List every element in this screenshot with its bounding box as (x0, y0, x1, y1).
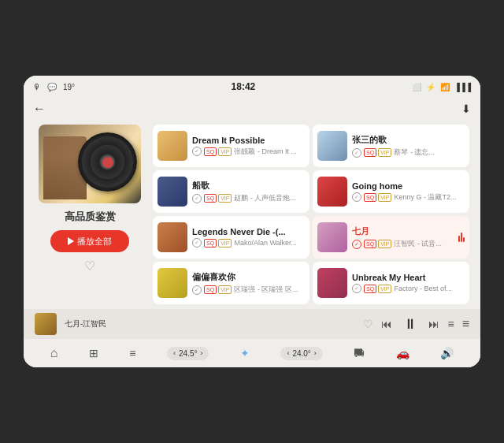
nav-bar: ← ⬇ (24, 98, 480, 120)
check-icon: ✓ (352, 240, 361, 249)
sq-badge: SQ (204, 147, 217, 156)
song-badges: SQ VIP (364, 285, 391, 293)
song-artist: 蔡琴 - 遗忘... (394, 147, 435, 158)
favorite-button[interactable]: ♡ (84, 259, 95, 274)
song-info: 偏偏喜欢你 ✓ SQ VIP 区瑞强 - 区瑞强 区... (192, 271, 305, 295)
song-item[interactable]: Going home ✓ SQ VIP Kenny G - 温藏T2... (313, 170, 469, 213)
song-badges: SQ VIP (364, 193, 391, 202)
song-thumbnail (317, 177, 347, 207)
fan-icon[interactable]: ✦ (240, 347, 250, 359)
song-info: Going home ✓ SQ VIP Kenny G - 温藏T2... (352, 181, 465, 203)
vinyl-record (78, 132, 137, 192)
more-button[interactable]: ≡ (462, 317, 469, 331)
songs-grid: Dream It Possible ✓ SQ VIP 张靓颖 - Dream I… (153, 125, 469, 304)
player-heart-button[interactable]: ♡ (363, 318, 373, 330)
playing-indicator (458, 233, 465, 242)
chevron-left-icon: ‹ (173, 349, 176, 357)
weather-temp: 19° (63, 83, 75, 91)
main-content: 高品质鉴赏 播放全部 ♡ Dream It Possible ✓ (24, 120, 480, 309)
song-artist: 汪智民 - 试音... (394, 239, 442, 249)
song-item[interactable]: 张三的歌 ✓ SQ VIP 蔡琴 - 遗忘... (313, 125, 469, 167)
volume-icon[interactable]: 🔊 (440, 347, 454, 359)
song-thumbnail (158, 177, 187, 207)
album-art (39, 125, 141, 203)
player-controls: ⏮ ⏸ ⏭ (381, 316, 439, 333)
song-item[interactable]: Legends Never Die -(... ✓ SQ VIP Mako/Al… (153, 216, 309, 259)
check-icon: ✓ (352, 284, 361, 293)
song-info: Unbreak My Heart ✓ SQ VIP Factory - Best… (352, 273, 465, 293)
play-all-label: 播放全部 (77, 236, 112, 248)
playing-bar-3 (463, 237, 465, 242)
check-icon: ✓ (192, 147, 202, 156)
song-info: 七月 ✓ SQ VIP 汪智民 - 试音... (352, 225, 452, 249)
vip-badge: VIP (378, 148, 391, 157)
temp-right-value: 24.0° (292, 349, 310, 358)
song-artist: Mako/Alan Walker... (234, 239, 297, 247)
song-thumbnail (317, 268, 347, 298)
song-title: 船歌 (192, 180, 305, 192)
song-meta: ✓ SQ VIP 赵鹏 - 人声低音炮... (192, 193, 305, 203)
song-item[interactable]: Dream It Possible ✓ SQ VIP 张靓颖 - Dream I… (153, 125, 309, 167)
vip-badge: VIP (218, 147, 232, 156)
song-meta: ✓ SQ VIP 张靓颖 - Dream It ... (192, 147, 305, 157)
climate-icon[interactable]: ⛟ (354, 347, 365, 359)
song-info: Dream It Possible ✓ SQ VIP 张靓颖 - Dream I… (192, 136, 305, 157)
song-info: Legends Never Die -(... ✓ SQ VIP Mako/Al… (192, 227, 305, 248)
prev-button[interactable]: ⏮ (381, 318, 392, 330)
song-badges: SQ VIP (204, 239, 232, 248)
sq-badge: SQ (364, 285, 376, 293)
right-panel: Dream It Possible ✓ SQ VIP 张靓颖 - Dream I… (153, 125, 469, 304)
chat-icon: 💬 (47, 83, 57, 91)
song-item[interactable]: Unbreak My Heart ✓ SQ VIP Factory - Best… (313, 262, 469, 304)
temp-left-display[interactable]: ‹ 24.5° › (167, 347, 209, 360)
play-all-button[interactable]: 播放全部 (50, 230, 129, 252)
chevron-left-icon2: ‹ (287, 349, 289, 357)
song-info: 张三的歌 ✓ SQ VIP 蔡琴 - 遗忘... (352, 134, 465, 158)
song-meta: ✓ SQ VIP Factory - Best of... (352, 284, 465, 293)
player-title: 七月-江智民 (65, 318, 355, 329)
vinyl-center (102, 157, 113, 168)
vip-badge: VIP (378, 285, 391, 293)
back-button[interactable]: ← (33, 102, 46, 116)
song-badges: SQ VIP (204, 285, 232, 294)
bluetooth-icon: ⚡ (426, 83, 435, 91)
song-artist: 赵鹏 - 人声低音炮... (234, 193, 296, 203)
song-item[interactable]: 船歌 ✓ SQ VIP 赵鹏 - 人声低音炮... (153, 170, 309, 213)
song-title: Unbreak My Heart (352, 273, 465, 282)
song-title: 偏偏喜欢你 (192, 271, 305, 283)
car-icon[interactable]: 🚗 (396, 347, 410, 359)
song-info: 船歌 ✓ SQ VIP 赵鹏 - 人声低音炮... (192, 180, 305, 203)
status-bar: 🎙 💬 19° 18:42 ⬜ ⚡ 📶 ▐▐▐ (24, 76, 480, 98)
menu-icon[interactable]: ≡ (129, 347, 135, 359)
vip-badge: VIP (218, 285, 232, 294)
song-meta: ✓ SQ VIP 区瑞强 - 区瑞强 区... (192, 285, 305, 295)
vip-badge: VIP (218, 194, 232, 203)
song-title: Dream It Possible (192, 136, 305, 145)
playlist-button[interactable]: ≡ (447, 318, 454, 330)
playing-bar-2 (461, 233, 462, 242)
song-badges: SQ VIP (364, 148, 391, 157)
next-button[interactable]: ⏭ (428, 318, 439, 330)
download-button[interactable]: ⬇ (461, 102, 471, 115)
temp-right-display[interactable]: ‹ 24.0° › (280, 347, 322, 360)
song-thumbnail (317, 222, 347, 252)
song-thumbnail (158, 131, 187, 161)
song-artist: Factory - Best of... (394, 285, 452, 292)
screen-icon: ⬜ (412, 83, 421, 91)
pause-button[interactable]: ⏸ (403, 316, 417, 333)
song-badges: SQ VIP (364, 240, 391, 248)
song-meta: ✓ SQ VIP Mako/Alan Walker... (192, 238, 305, 248)
apps-icon[interactable]: ⊞ (89, 347, 98, 359)
car-screen: 🎙 💬 19° 18:42 ⬜ ⚡ 📶 ▐▐▐ ← ⬇ 高品质鉴赏 (24, 76, 480, 367)
song-item[interactable]: 偏偏喜欢你 ✓ SQ VIP 区瑞强 - 区瑞强 区... (153, 262, 309, 304)
home-button[interactable]: ⌂ (50, 346, 58, 360)
song-item-playing[interactable]: 七月 ✓ SQ VIP 汪智民 - 试音... (313, 216, 469, 259)
playing-bar-1 (458, 236, 460, 242)
song-title: 张三的歌 (352, 134, 465, 146)
song-badges: SQ VIP (204, 194, 232, 203)
home-bar: ⌂ ⊞ ≡ ‹ 24.5° › ✦ ‹ 24.0° › ⛟ 🚗 🔊 (24, 339, 480, 367)
signal-icon: ▐▐▐ (454, 83, 471, 91)
left-panel: 高品质鉴赏 播放全部 ♡ (35, 125, 145, 304)
sq-badge: SQ (204, 285, 217, 294)
vip-badge: VIP (378, 193, 391, 202)
